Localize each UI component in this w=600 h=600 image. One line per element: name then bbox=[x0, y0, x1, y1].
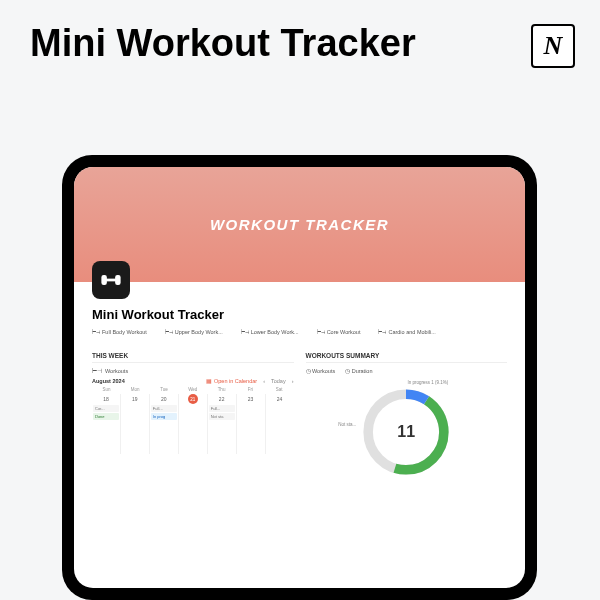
tab-workouts[interactable]: ◷ Workouts bbox=[306, 368, 336, 374]
calendar-month: August 2024 bbox=[92, 378, 125, 384]
dumbbell-icon: ⊢⊣ bbox=[92, 329, 100, 335]
date-number: 19 bbox=[121, 394, 149, 404]
category-row: ⊢⊣Full Body Workout ⊢⊣Upper Body Work...… bbox=[92, 329, 507, 335]
banner-title: WORKOUT TRACKER bbox=[210, 216, 389, 233]
calendar-event[interactable]: In prog bbox=[151, 413, 177, 420]
tab-label: Workouts bbox=[312, 368, 335, 374]
category-label: Upper Body Work... bbox=[175, 329, 223, 335]
day-header: Sat bbox=[265, 387, 294, 392]
device-frame: WORKOUT TRACKER Mini Workout Tracker ⊢⊣F… bbox=[62, 155, 537, 600]
category-cardio[interactable]: ⊢⊣Cardio and Mobili... bbox=[378, 329, 435, 335]
calendar-cell[interactable]: 20Full...In prog bbox=[150, 394, 179, 454]
screen: WORKOUT TRACKER Mini Workout Tracker ⊢⊣F… bbox=[74, 167, 525, 588]
category-label: Full Body Workout bbox=[102, 329, 147, 335]
calendar-cell[interactable]: 24 bbox=[266, 394, 294, 454]
category-label: Cardio and Mobili... bbox=[388, 329, 435, 335]
calendar-icon: ▦ bbox=[206, 378, 212, 384]
calendar-event[interactable]: Cor... bbox=[93, 405, 119, 412]
day-header: Tue bbox=[150, 387, 179, 392]
clock-icon: ◷ bbox=[306, 368, 311, 374]
section-title: THIS WEEK bbox=[92, 352, 294, 363]
category-core[interactable]: ⊢⊣Core Workout bbox=[317, 329, 361, 335]
clock-icon: ◷ bbox=[345, 368, 350, 374]
calendar-cell[interactable]: 21 bbox=[179, 394, 208, 454]
date-number: 21 bbox=[188, 394, 198, 404]
dumbbell-icon: ⊢⊣ bbox=[92, 368, 102, 374]
calendar-day-headers: SunMonTueWedThuFriSat bbox=[92, 387, 294, 392]
day-header: Wed bbox=[178, 387, 207, 392]
app-icon bbox=[92, 261, 130, 299]
open-calendar-label: Open in Calendar bbox=[214, 378, 257, 384]
calendar-cell[interactable]: 18Cor...Done bbox=[92, 394, 121, 454]
calendar-cell[interactable]: 23 bbox=[237, 394, 266, 454]
date-number: 20 bbox=[150, 394, 178, 404]
dumbbell-icon bbox=[100, 269, 122, 291]
dumbbell-icon: ⊢⊣ bbox=[378, 329, 386, 335]
calendar-event[interactable]: Full... bbox=[151, 405, 177, 412]
calendar-event[interactable]: Done bbox=[93, 413, 119, 420]
calendar-header: August 2024 ▦Open in Calendar ‹ Today › bbox=[92, 378, 294, 384]
section-summary: WORKOUTS SUMMARY ◷ Workouts ◷ Duration I… bbox=[306, 352, 508, 482]
dumbbell-icon: ⊢⊣ bbox=[317, 329, 325, 335]
workouts-tab[interactable]: ⊢⊣Workouts bbox=[92, 368, 294, 374]
day-header: Thu bbox=[207, 387, 236, 392]
donut-label-not-started: Not sta... bbox=[338, 422, 356, 427]
main-sections: THIS WEEK ⊢⊣Workouts August 2024 ▦Open i… bbox=[92, 352, 507, 482]
today-button[interactable]: Today bbox=[271, 378, 286, 384]
category-upper-body[interactable]: ⊢⊣Upper Body Work... bbox=[165, 329, 223, 335]
dumbbell-icon: ⊢⊣ bbox=[165, 329, 173, 335]
prev-button[interactable]: ‹ bbox=[263, 378, 265, 384]
donut-chart: In progress 1 (9.1%) Not sta... 11 bbox=[356, 382, 456, 482]
donut-center-value: 11 bbox=[397, 423, 415, 441]
calendar-controls: ▦Open in Calendar ‹ Today › bbox=[206, 378, 294, 384]
section-this-week: THIS WEEK ⊢⊣Workouts August 2024 ▦Open i… bbox=[92, 352, 294, 482]
section-title: WORKOUTS SUMMARY bbox=[306, 352, 508, 363]
calendar-event[interactable]: Not sta bbox=[209, 413, 235, 420]
summary-tabs: ◷ Workouts ◷ Duration bbox=[306, 368, 508, 374]
calendar-cell[interactable]: 19 bbox=[121, 394, 150, 454]
category-label: Core Workout bbox=[327, 329, 361, 335]
category-full-body[interactable]: ⊢⊣Full Body Workout bbox=[92, 329, 147, 335]
tab-label: Workouts bbox=[105, 368, 128, 374]
page-heading: Mini Workout Tracker bbox=[30, 22, 416, 66]
day-header: Fri bbox=[236, 387, 265, 392]
dumbbell-icon: ⊢⊣ bbox=[241, 329, 249, 335]
category-label: Lower Body Work... bbox=[251, 329, 299, 335]
calendar-event[interactable]: Full... bbox=[209, 405, 235, 412]
date-number: 22 bbox=[208, 394, 236, 404]
category-lower-body[interactable]: ⊢⊣Lower Body Work... bbox=[241, 329, 299, 335]
calendar-cell[interactable]: 22Full...Not sta bbox=[208, 394, 237, 454]
tab-label: Duration bbox=[352, 368, 373, 374]
open-calendar-button[interactable]: ▦Open in Calendar bbox=[206, 378, 257, 384]
notion-logo-icon: N bbox=[531, 24, 575, 68]
date-number: 18 bbox=[92, 394, 120, 404]
page-title: Mini Workout Tracker bbox=[92, 307, 224, 322]
day-header: Mon bbox=[121, 387, 150, 392]
next-button[interactable]: › bbox=[292, 378, 294, 384]
donut-label-in-progress: In progress 1 (9.1%) bbox=[407, 380, 448, 385]
banner: WORKOUT TRACKER bbox=[74, 167, 525, 282]
tab-duration[interactable]: ◷ Duration bbox=[345, 368, 372, 374]
svg-rect-0 bbox=[103, 276, 106, 283]
date-number: 24 bbox=[266, 394, 294, 404]
calendar-dates: 18Cor...Done1920Full...In prog2122Full..… bbox=[92, 394, 294, 454]
svg-rect-1 bbox=[117, 276, 120, 283]
date-number: 23 bbox=[237, 394, 265, 404]
day-header: Sun bbox=[92, 387, 121, 392]
